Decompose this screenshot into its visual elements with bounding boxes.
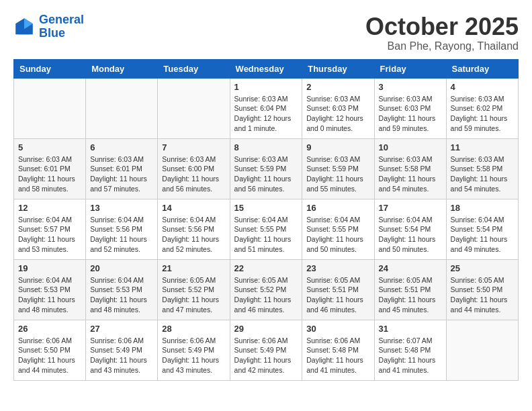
day-info: Sunrise: 6:06 AM Sunset: 5:49 PM Dayligh…: [162, 336, 225, 375]
day-number: 27: [90, 324, 153, 334]
day-info: Sunrise: 6:03 AM Sunset: 5:59 PM Dayligh…: [234, 154, 298, 194]
weekday-header-row: SundayMondayTuesdayWednesdayThursdayFrid…: [14, 59, 519, 78]
calendar-cell: 7Sunrise: 6:03 AM Sunset: 6:00 PM Daylig…: [158, 138, 230, 199]
day-number: 23: [306, 263, 369, 273]
calendar-cell: 2Sunrise: 6:03 AM Sunset: 6:03 PM Daylig…: [302, 78, 374, 138]
day-info: Sunrise: 6:03 AM Sunset: 6:01 PM Dayligh…: [90, 154, 153, 194]
calendar-week-1: 1Sunrise: 6:03 AM Sunset: 6:04 PM Daylig…: [14, 78, 519, 138]
day-number: 29: [234, 324, 298, 334]
day-info: Sunrise: 6:04 AM Sunset: 5:54 PM Dayligh…: [451, 215, 514, 255]
calendar-cell: 20Sunrise: 6:04 AM Sunset: 5:53 PM Dayli…: [86, 259, 158, 320]
calendar-cell: 18Sunrise: 6:04 AM Sunset: 5:54 PM Dayli…: [446, 199, 518, 259]
weekday-sunday: Sunday: [14, 59, 86, 78]
day-number: 3: [379, 82, 442, 92]
day-number: 15: [234, 203, 298, 213]
calendar-cell: 21Sunrise: 6:05 AM Sunset: 5:52 PM Dayli…: [158, 259, 230, 320]
calendar-cell: 29Sunrise: 6:06 AM Sunset: 5:49 PM Dayli…: [230, 320, 302, 380]
calendar-cell: 30Sunrise: 6:06 AM Sunset: 5:48 PM Dayli…: [302, 320, 374, 380]
calendar-cell: 28Sunrise: 6:06 AM Sunset: 5:49 PM Dayli…: [158, 320, 230, 380]
day-number: 13: [90, 203, 153, 213]
calendar-body: 1Sunrise: 6:03 AM Sunset: 6:04 PM Daylig…: [14, 78, 519, 380]
day-info: Sunrise: 6:07 AM Sunset: 5:48 PM Dayligh…: [379, 336, 442, 375]
day-number: 2: [306, 82, 369, 92]
day-info: Sunrise: 6:03 AM Sunset: 5:59 PM Dayligh…: [306, 154, 369, 194]
calendar-cell: 9Sunrise: 6:03 AM Sunset: 5:59 PM Daylig…: [302, 138, 374, 199]
day-number: 11: [451, 142, 514, 152]
calendar-cell: 12Sunrise: 6:04 AM Sunset: 5:57 PM Dayli…: [14, 199, 86, 259]
calendar-cell: 11Sunrise: 6:03 AM Sunset: 5:58 PM Dayli…: [446, 138, 518, 199]
day-number: 31: [379, 324, 442, 334]
day-number: 16: [306, 203, 369, 213]
day-number: 12: [18, 203, 81, 213]
day-info: Sunrise: 6:03 AM Sunset: 6:03 PM Dayligh…: [379, 94, 442, 134]
calendar-cell: 17Sunrise: 6:04 AM Sunset: 5:54 PM Dayli…: [374, 199, 446, 259]
calendar-cell: 5Sunrise: 6:03 AM Sunset: 6:01 PM Daylig…: [14, 138, 86, 199]
calendar-week-4: 19Sunrise: 6:04 AM Sunset: 5:53 PM Dayli…: [14, 259, 519, 320]
day-info: Sunrise: 6:05 AM Sunset: 5:52 PM Dayligh…: [234, 275, 298, 315]
day-info: Sunrise: 6:03 AM Sunset: 5:58 PM Dayligh…: [379, 154, 442, 194]
calendar-cell: 13Sunrise: 6:04 AM Sunset: 5:56 PM Dayli…: [86, 199, 158, 259]
day-info: Sunrise: 6:06 AM Sunset: 5:50 PM Dayligh…: [18, 336, 81, 375]
calendar-table: SundayMondayTuesdayWednesdayThursdayFrid…: [13, 59, 519, 381]
day-number: 5: [18, 142, 81, 152]
calendar-cell: 10Sunrise: 6:03 AM Sunset: 5:58 PM Dayli…: [374, 138, 446, 199]
weekday-wednesday: Wednesday: [230, 59, 302, 78]
calendar-cell: 8Sunrise: 6:03 AM Sunset: 5:59 PM Daylig…: [230, 138, 302, 199]
day-info: Sunrise: 6:03 AM Sunset: 5:58 PM Dayligh…: [451, 154, 514, 194]
day-info: Sunrise: 6:05 AM Sunset: 5:51 PM Dayligh…: [379, 275, 442, 315]
calendar-week-3: 12Sunrise: 6:04 AM Sunset: 5:57 PM Dayli…: [14, 199, 519, 259]
day-number: 10: [379, 142, 442, 152]
calendar-week-2: 5Sunrise: 6:03 AM Sunset: 6:01 PM Daylig…: [14, 138, 519, 199]
day-info: Sunrise: 6:03 AM Sunset: 6:04 PM Dayligh…: [234, 94, 298, 134]
logo-blue: Blue: [39, 26, 65, 40]
day-number: 19: [18, 263, 81, 273]
day-number: 6: [90, 142, 153, 152]
calendar-cell: 27Sunrise: 6:06 AM Sunset: 5:49 PM Dayli…: [86, 320, 158, 380]
day-info: Sunrise: 6:06 AM Sunset: 5:49 PM Dayligh…: [234, 336, 298, 375]
logo-general: General: [39, 13, 84, 26]
weekday-thursday: Thursday: [302, 59, 374, 78]
calendar-week-5: 26Sunrise: 6:06 AM Sunset: 5:50 PM Dayli…: [14, 320, 519, 380]
weekday-monday: Monday: [86, 59, 158, 78]
logo-text: General Blue: [39, 13, 84, 40]
day-info: Sunrise: 6:04 AM Sunset: 5:53 PM Dayligh…: [18, 275, 81, 315]
day-number: 9: [306, 142, 369, 152]
page-header: General Blue October 2025 Ban Phe, Rayon…: [13, 13, 519, 52]
day-number: 24: [379, 263, 442, 273]
month-title: October 2025: [365, 13, 519, 40]
weekday-tuesday: Tuesday: [158, 59, 230, 78]
calendar-header: SundayMondayTuesdayWednesdayThursdayFrid…: [14, 59, 519, 78]
calendar-cell: 4Sunrise: 6:03 AM Sunset: 6:02 PM Daylig…: [446, 78, 518, 138]
calendar-cell: 31Sunrise: 6:07 AM Sunset: 5:48 PM Dayli…: [374, 320, 446, 380]
calendar-cell: 24Sunrise: 6:05 AM Sunset: 5:51 PM Dayli…: [374, 259, 446, 320]
logo: General Blue: [13, 13, 84, 40]
title-block: October 2025 Ban Phe, Rayong, Thailand: [365, 13, 519, 52]
day-number: 4: [451, 82, 514, 92]
day-info: Sunrise: 6:04 AM Sunset: 5:56 PM Dayligh…: [90, 215, 153, 255]
day-number: 18: [451, 203, 514, 213]
day-info: Sunrise: 6:04 AM Sunset: 5:54 PM Dayligh…: [379, 215, 442, 255]
location-subtitle: Ban Phe, Rayong, Thailand: [365, 40, 519, 52]
calendar-cell: 6Sunrise: 6:03 AM Sunset: 6:01 PM Daylig…: [86, 138, 158, 199]
day-number: 26: [18, 324, 81, 334]
calendar-cell: 16Sunrise: 6:04 AM Sunset: 5:55 PM Dayli…: [302, 199, 374, 259]
calendar-cell: 15Sunrise: 6:04 AM Sunset: 5:55 PM Dayli…: [230, 199, 302, 259]
calendar-cell: [158, 78, 230, 138]
weekday-saturday: Saturday: [446, 59, 518, 78]
day-number: 17: [379, 203, 442, 213]
day-info: Sunrise: 6:03 AM Sunset: 6:01 PM Dayligh…: [18, 154, 81, 194]
day-number: 28: [162, 324, 225, 334]
day-info: Sunrise: 6:05 AM Sunset: 5:51 PM Dayligh…: [306, 275, 369, 315]
svg-rect-2: [19, 29, 30, 34]
day-number: 22: [234, 263, 298, 273]
calendar-cell: 25Sunrise: 6:05 AM Sunset: 5:50 PM Dayli…: [446, 259, 518, 320]
day-info: Sunrise: 6:03 AM Sunset: 6:00 PM Dayligh…: [162, 154, 225, 194]
day-info: Sunrise: 6:05 AM Sunset: 5:52 PM Dayligh…: [162, 275, 225, 315]
logo-icon: [13, 16, 35, 38]
day-info: Sunrise: 6:04 AM Sunset: 5:55 PM Dayligh…: [306, 215, 369, 255]
calendar-cell: 23Sunrise: 6:05 AM Sunset: 5:51 PM Dayli…: [302, 259, 374, 320]
calendar-cell: [86, 78, 158, 138]
calendar-cell: [14, 78, 86, 138]
day-number: 8: [234, 142, 298, 152]
day-number: 25: [451, 263, 514, 273]
